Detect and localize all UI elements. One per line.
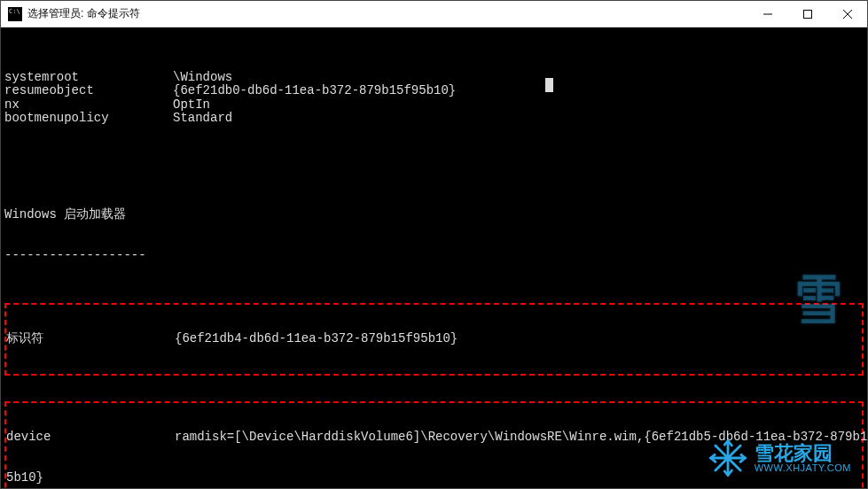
highlight-device: deviceramdisk=[\Device\HarddiskVolume6]\… (4, 401, 864, 489)
svg-rect-1 (803, 11, 811, 19)
output-line: bootmenupolicyStandard (4, 112, 864, 126)
output-key: bootmenupolicy (4, 112, 173, 126)
section-divider: ------------------- (4, 249, 864, 263)
output-key: nx (4, 98, 173, 113)
output-key: device (6, 431, 175, 445)
output-line: nxOptIn (4, 98, 864, 113)
output-value: {6ef21db4-db6d-11ea-b372-879b15f95b10} (175, 332, 862, 346)
window-controls (747, 1, 867, 27)
window-title: 选择管理员: 命令提示符 (27, 6, 747, 21)
section-heading: Windows 启动加载器 (4, 208, 864, 222)
output-key: resumeobject (4, 84, 173, 98)
output-line: systemroot\Windows (4, 71, 864, 85)
terminal-output[interactable]: systemroot\Windowsresumeobject{6ef21db0-… (1, 27, 867, 488)
app-window: 选择管理员: 命令提示符 systemroot\Windowsresumeobj… (0, 0, 868, 489)
output-value: Standard (173, 112, 864, 126)
titlebar[interactable]: 选择管理员: 命令提示符 (1, 1, 867, 27)
output-key: systemroot (4, 71, 173, 85)
output-value-wrap: 5b10} (6, 471, 862, 485)
output-value: OptIn (173, 98, 864, 113)
output-key: 标识符 (6, 332, 175, 346)
minimize-button[interactable] (747, 1, 787, 27)
close-button[interactable] (827, 1, 867, 27)
output-line: resumeobject{6ef21db0-db6d-11ea-b372-879… (4, 84, 864, 98)
output-value: ramdisk=[\Device\HarddiskVolume6]\Recove… (175, 431, 867, 445)
highlight-identifier: 标识符{6ef21db4-db6d-11ea-b372-879b15f95b10… (4, 303, 864, 376)
output-value: \Windows (173, 71, 864, 85)
text-cursor (545, 78, 553, 92)
cmd-icon (8, 7, 22, 21)
output-value: {6ef21db0-db6d-11ea-b372-879b15f95b10} (173, 84, 864, 98)
maximize-button[interactable] (787, 1, 827, 27)
